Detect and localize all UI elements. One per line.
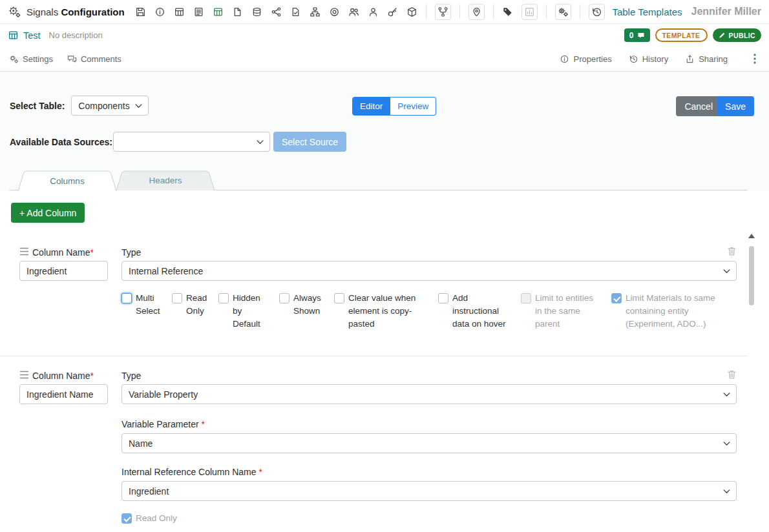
database-icon[interactable]: [251, 6, 262, 17]
save-button[interactable]: Save: [717, 96, 754, 116]
editor-tab-button[interactable]: Editor: [352, 97, 390, 116]
save-icon[interactable]: [135, 6, 146, 17]
public-badge[interactable]: PUBLIC: [713, 28, 761, 42]
comments-count-badge[interactable]: 0: [624, 28, 650, 42]
share-export-icon: [685, 54, 695, 64]
users-icon[interactable]: [348, 6, 359, 17]
column-type-value: Internal Reference: [129, 266, 203, 276]
cancel-button[interactable]: Cancel: [676, 96, 721, 116]
chevron-down-icon: [135, 104, 142, 108]
variable-parameter-dropdown[interactable]: Name: [121, 433, 737, 453]
column-name-label: Column Name*: [32, 246, 94, 259]
table-templates-icon[interactable]: [213, 6, 224, 17]
checkbox-instructional-data[interactable]: Add instructional data on hover: [438, 292, 521, 331]
location-icon[interactable]: [469, 4, 485, 20]
checkbox-limit-materials-containing-entity[interactable]: Limit Materials to same containing entit…: [611, 292, 737, 331]
chevron-down-icon: [723, 269, 730, 274]
file-check-icon[interactable]: [290, 6, 301, 17]
comments-icon: [67, 54, 77, 64]
target-icon[interactable]: [329, 6, 340, 17]
package-icon[interactable]: [406, 6, 417, 17]
table-doc-icon: [8, 30, 19, 41]
toolbar-divider: [459, 5, 460, 19]
properties-button[interactable]: Properties: [560, 54, 611, 64]
delete-column-icon[interactable]: [726, 369, 737, 380]
toolbar-divider: [493, 5, 494, 19]
column-type-dropdown[interactable]: Internal Reference: [121, 261, 737, 281]
checkbox-limit-entities-same-parent[interactable]: Limit to entities in the same parent: [521, 292, 611, 331]
app-title: Signals Configuration: [26, 6, 125, 17]
editor-preview-toggle: Editor Preview: [352, 97, 436, 116]
column-divider: [0, 356, 748, 356]
info-icon[interactable]: [154, 6, 165, 17]
public-badge-label: PUBLIC: [729, 32, 755, 39]
tab-columns-label: Columns: [18, 170, 116, 191]
document-icon[interactable]: [232, 6, 243, 17]
drag-handle-icon[interactable]: [19, 247, 29, 256]
share-icon[interactable]: [271, 6, 282, 17]
tag-icon[interactable]: [502, 6, 513, 17]
top-bar: Signals Configuration: [0, 0, 769, 24]
select-table-dropdown[interactable]: Components: [71, 96, 149, 116]
column-type-dropdown[interactable]: Variable Property: [121, 384, 737, 404]
main-content: Select Table: Components Editor Preview …: [0, 72, 769, 532]
settings-label: Settings: [23, 54, 53, 64]
document-title: Test: [23, 30, 41, 41]
checkbox-box: [121, 293, 132, 303]
internal-reference-dropdown[interactable]: Ingredient: [121, 481, 737, 501]
settings-gear-icon: [8, 5, 21, 19]
checkbox-read-only[interactable]: Read Only: [172, 292, 218, 318]
preview-tab-button[interactable]: Preview: [390, 97, 436, 116]
hierarchy-icon[interactable]: [310, 6, 321, 17]
comments-button[interactable]: Comments: [67, 54, 121, 64]
scroll-up-arrow-icon[interactable]: [748, 234, 755, 238]
vertical-scrollbar[interactable]: [747, 232, 755, 532]
sharing-button[interactable]: Sharing: [685, 54, 728, 64]
document-bar: Test No description 0 TEMPLATE PUBLIC: [0, 24, 769, 46]
signals-configuration-app: Signals Configuration: [0, 0, 769, 532]
history-label: History: [642, 54, 668, 64]
speech-bubble-icon: [637, 32, 645, 39]
columns-panel: + Add Column Column Name* Type Internal …: [0, 191, 769, 532]
column-name-input[interactable]: [19, 384, 108, 404]
checkbox-multi-select[interactable]: Multi Select: [121, 292, 172, 318]
table-icon[interactable]: [174, 6, 185, 17]
select-source-button[interactable]: Select Source: [273, 132, 346, 152]
tab-headers[interactable]: Headers: [116, 170, 215, 190]
checkbox-box: [172, 293, 182, 303]
checkbox-hidden-by-default[interactable]: Hidden by Default: [218, 292, 279, 331]
checkbox-read-only[interactable]: Read Only: [121, 512, 177, 525]
user-icon[interactable]: [368, 6, 379, 17]
column-options-row: Multi Select Read Only Hidden by Default…: [121, 292, 737, 331]
workflow-icon[interactable]: [435, 4, 451, 20]
user-menu[interactable]: Jennifer Miller: [691, 6, 761, 17]
add-column-button[interactable]: + Add Column: [11, 203, 85, 223]
top-toolbar: [135, 4, 605, 20]
template-badge: TEMPLATE: [655, 28, 708, 42]
gears-small-icon: [9, 54, 19, 64]
scrollbar-thumb[interactable]: [749, 246, 754, 305]
table-templates-link[interactable]: Table Templates: [612, 6, 682, 17]
column-name-input[interactable]: [19, 261, 108, 281]
tab-headers-label: Headers: [116, 170, 215, 190]
tab-columns[interactable]: Columns: [18, 170, 116, 191]
internal-reference-value: Ingredient: [129, 486, 169, 496]
gears-icon[interactable]: [555, 4, 571, 20]
history-icon[interactable]: [589, 4, 605, 20]
history-button[interactable]: History: [629, 54, 668, 64]
column-type-value: Variable Property: [129, 389, 198, 400]
drag-handle-icon[interactable]: [19, 371, 29, 379]
settings-button[interactable]: Settings: [9, 54, 53, 64]
checkbox-box: [521, 293, 531, 303]
checkbox-clear-value-on-copy[interactable]: Clear value when element is copy-pasted: [334, 292, 438, 331]
data-sources-dropdown[interactable]: [113, 132, 270, 152]
key-icon[interactable]: [387, 6, 398, 17]
checkbox-always-shown[interactable]: Always Shown: [279, 292, 334, 318]
chart-icon[interactable]: [521, 4, 538, 20]
type-label: Type: [121, 369, 141, 382]
more-options-button[interactable]: [750, 53, 760, 65]
select-table-row: Select Table: Components: [10, 96, 149, 116]
internal-reference-column-label: Internal Reference Column Name*: [121, 466, 262, 478]
list-icon[interactable]: [193, 6, 204, 17]
delete-column-icon[interactable]: [726, 245, 737, 257]
